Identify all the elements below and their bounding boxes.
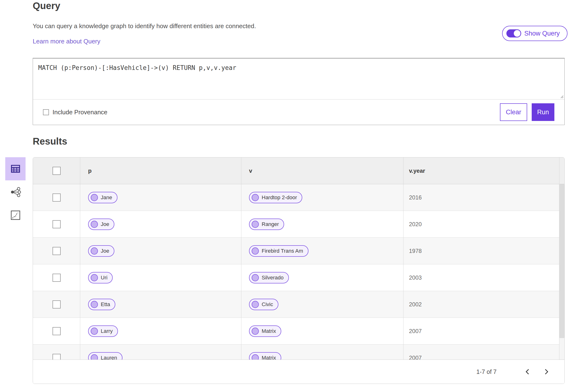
row-checkbox[interactable] <box>53 193 61 202</box>
page-title: Query <box>33 0 60 11</box>
table-row: Jane Hardtop 2-door 2016 <box>33 184 564 211</box>
chip-label: Civic <box>262 301 273 307</box>
clear-button[interactable]: Clear <box>500 103 527 121</box>
person-entity-chip[interactable]: Joe <box>88 219 114 230</box>
table-row: Larry Matrix 2007 <box>33 318 564 344</box>
results-table: p v v.year Jane Hardtop 2-door 2016 <box>33 157 565 384</box>
node-icon <box>252 301 259 308</box>
column-header-v[interactable]: v <box>241 157 403 184</box>
chevron-left-icon <box>525 369 529 375</box>
pagination-next-button[interactable] <box>541 366 552 377</box>
row-checkbox[interactable] <box>53 220 61 228</box>
chip-label: Etta <box>101 301 110 307</box>
chip-label: Joe <box>101 248 109 254</box>
node-icon <box>252 328 259 335</box>
select-all-checkbox[interactable] <box>53 167 61 175</box>
query-actions: Clear Run <box>500 103 554 121</box>
table-icon <box>11 165 20 173</box>
node-icon <box>91 328 98 335</box>
results-title: Results <box>33 136 67 147</box>
year-cell: 2007 <box>403 318 559 344</box>
vehicle-entity-chip[interactable]: Matrix <box>249 325 281 337</box>
chip-label: Firebird Trans Am <box>262 248 303 254</box>
year-cell: 2003 <box>403 264 559 291</box>
vehicle-entity-chip[interactable]: Silverado <box>249 272 289 283</box>
table-row: Joe Firebird Trans Am 1978 <box>33 238 564 264</box>
query-editor[interactable]: MATCH (p:Person)-[:HasVehicle]->(v) RETU… <box>33 58 564 100</box>
vehicle-entity-chip[interactable]: Ranger <box>249 219 284 230</box>
chip-label: Jane <box>101 194 112 201</box>
query-text[interactable]: MATCH (p:Person)-[:HasVehicle]->(v) RETU… <box>38 64 559 71</box>
scrollbar-header-filler <box>559 157 564 184</box>
node-icon <box>252 247 259 255</box>
node-icon <box>252 194 259 201</box>
node-icon <box>91 274 98 281</box>
person-entity-chip[interactable]: Jane <box>88 192 117 203</box>
column-header-v-year[interactable]: v.year <box>403 157 559 184</box>
map-route-icon <box>11 210 20 220</box>
show-query-toggle[interactable]: Show Query <box>502 26 568 41</box>
toggle-switch-icon[interactable] <box>506 29 521 37</box>
table-header: p v v.year <box>33 157 564 184</box>
chevron-right-icon <box>545 369 548 375</box>
table-body: Jane Hardtop 2-door 2016 Joe Ranger <box>33 184 564 371</box>
include-provenance-label: Include Provenance <box>53 109 107 116</box>
query-panel: MATCH (p:Person)-[:HasVehicle]->(v) RETU… <box>33 58 565 125</box>
network-icon <box>10 187 21 197</box>
scrollbar-thumb[interactable] <box>559 184 564 338</box>
page-description: You can query a knowledge graph to ident… <box>33 22 256 30</box>
table-row: Uri Silverado 2003 <box>33 264 564 291</box>
year-cell: 2020 <box>403 211 559 238</box>
vehicle-entity-chip[interactable]: Civic <box>249 299 278 310</box>
node-icon <box>91 301 98 308</box>
vertical-scrollbar[interactable] <box>559 184 564 359</box>
pagination-prev-button[interactable] <box>522 366 533 377</box>
vehicle-entity-chip[interactable]: Firebird Trans Am <box>249 245 308 257</box>
include-provenance-checkbox[interactable] <box>43 109 49 115</box>
node-icon <box>252 221 259 228</box>
year-cell: 2002 <box>403 291 559 318</box>
person-entity-chip[interactable]: Uri <box>88 272 113 283</box>
chip-label: Silverado <box>262 275 284 281</box>
node-icon <box>91 221 98 228</box>
query-page: Query You can query a knowledge graph to… <box>0 0 573 392</box>
chip-label: Hardtop 2-door <box>262 194 297 201</box>
node-icon <box>252 274 259 281</box>
show-query-label: Show Query <box>524 30 560 37</box>
person-entity-chip[interactable]: Joe <box>88 245 114 257</box>
resize-handle-icon[interactable] <box>559 94 564 99</box>
chip-label: Joe <box>101 221 109 227</box>
chip-label: Larry <box>101 328 113 334</box>
year-cell: 1978 <box>403 238 559 264</box>
chip-label: Matrix <box>262 328 276 334</box>
column-header-p[interactable]: p <box>80 157 241 184</box>
learn-more-link[interactable]: Learn more about Query <box>33 38 100 45</box>
table-pagination: 1-7 of 7 <box>33 359 564 384</box>
chip-label: Uri <box>101 275 107 281</box>
node-icon <box>91 194 98 201</box>
row-checkbox[interactable] <box>53 327 61 335</box>
toggle-knob <box>514 30 520 37</box>
query-panel-footer: Include Provenance Clear Run <box>33 100 564 125</box>
year-cell: 2016 <box>403 184 559 211</box>
results-view-switcher <box>5 157 26 227</box>
table-view-button[interactable] <box>5 157 26 180</box>
person-entity-chip[interactable]: Larry <box>88 325 118 337</box>
map-view-button[interactable] <box>5 204 26 227</box>
table-row: Etta Civic 2002 <box>33 291 564 318</box>
chip-label: Ranger <box>262 221 279 227</box>
node-icon <box>91 247 98 255</box>
pagination-range: 1-7 of 7 <box>476 368 497 375</box>
person-entity-chip[interactable]: Etta <box>88 299 115 310</box>
row-checkbox[interactable] <box>53 300 61 308</box>
table-row: Joe Ranger 2020 <box>33 211 564 238</box>
vehicle-entity-chip[interactable]: Hardtop 2-door <box>249 192 302 203</box>
row-checkbox[interactable] <box>53 247 61 255</box>
run-button[interactable]: Run <box>532 103 554 121</box>
graph-view-button[interactable] <box>5 180 26 204</box>
row-checkbox[interactable] <box>53 274 61 282</box>
